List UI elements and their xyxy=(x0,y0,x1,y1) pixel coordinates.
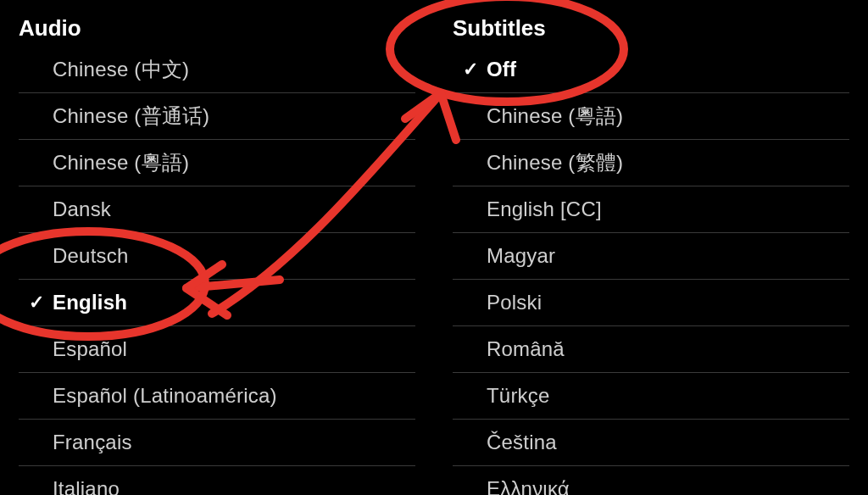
subtitles-option-label: Off xyxy=(487,58,516,81)
audio-option-label: Italiano xyxy=(53,477,120,495)
audio-heading: Audio xyxy=(19,15,415,42)
subtitles-option[interactable]: ✓Chinese (粵語) xyxy=(453,93,849,140)
audio-option-label: Chinese (中文) xyxy=(53,56,189,83)
subtitles-option[interactable]: ✓Čeština xyxy=(453,420,849,466)
audio-column: Audio ✓Chinese (中文)✓Chinese (普通话)✓Chines… xyxy=(0,0,434,495)
check-icon: ✓ xyxy=(463,58,487,81)
subtitles-column: Subtitles ✓Off✓Chinese (粵語)✓Chinese (繁體)… xyxy=(434,0,868,495)
audio-option[interactable]: ✓Español xyxy=(19,326,415,373)
audio-option[interactable]: ✓Chinese (粵語) xyxy=(19,140,415,186)
subtitles-option-label: Ελληνικά xyxy=(487,477,570,495)
subtitles-option[interactable]: ✓Chinese (繁體) xyxy=(453,140,849,186)
audio-option[interactable]: ✓Chinese (中文) xyxy=(19,47,415,93)
subtitles-option-label: Čeština xyxy=(487,431,557,454)
subtitles-option[interactable]: ✓Türkçe xyxy=(453,373,849,420)
subtitles-option[interactable]: ✓Polski xyxy=(453,280,849,326)
audio-option-label: Español (Latinoamérica) xyxy=(53,384,277,408)
audio-option[interactable]: ✓Français xyxy=(19,420,415,466)
audio-option[interactable]: ✓Chinese (普通话) xyxy=(19,93,415,140)
subtitles-option[interactable]: ✓Română xyxy=(453,326,849,373)
subtitles-option[interactable]: ✓English [CC] xyxy=(453,186,849,233)
audio-option[interactable]: ✓Español (Latinoamérica) xyxy=(19,373,415,420)
audio-option[interactable]: ✓Italiano xyxy=(19,466,415,495)
subtitles-option-label: Polski xyxy=(487,291,542,314)
subtitles-heading: Subtitles xyxy=(453,15,849,42)
audio-option[interactable]: ✓Deutsch xyxy=(19,233,415,280)
subtitles-option-label: English [CC] xyxy=(487,197,602,221)
audio-option-label: Deutsch xyxy=(53,244,128,268)
subtitles-option[interactable]: ✓Off xyxy=(453,47,849,93)
subtitles-option-label: Chinese (繁體) xyxy=(487,149,623,176)
subtitles-option-label: Română xyxy=(487,337,565,361)
subtitles-option-label: Türkçe xyxy=(487,384,550,408)
audio-option-label: Dansk xyxy=(53,197,111,221)
audio-option-label: Chinese (普通话) xyxy=(53,103,209,130)
subtitles-option-label: Magyar xyxy=(487,244,555,268)
subtitles-option[interactable]: ✓Magyar xyxy=(453,233,849,280)
subtitles-list: ✓Off✓Chinese (粵語)✓Chinese (繁體)✓English [… xyxy=(453,47,849,495)
check-icon: ✓ xyxy=(29,292,53,314)
audio-option-label: Español xyxy=(53,337,127,361)
audio-option-label: English xyxy=(53,291,127,314)
subtitles-option-label: Chinese (粵語) xyxy=(487,103,623,130)
audio-list: ✓Chinese (中文)✓Chinese (普通话)✓Chinese (粵語)… xyxy=(19,47,415,495)
audio-option-label: Chinese (粵語) xyxy=(53,149,189,176)
audio-option[interactable]: ✓Dansk xyxy=(19,186,415,233)
audio-option-label: Français xyxy=(53,431,132,454)
audio-option[interactable]: ✓English xyxy=(19,280,415,326)
subtitles-option[interactable]: ✓Ελληνικά xyxy=(453,466,849,495)
